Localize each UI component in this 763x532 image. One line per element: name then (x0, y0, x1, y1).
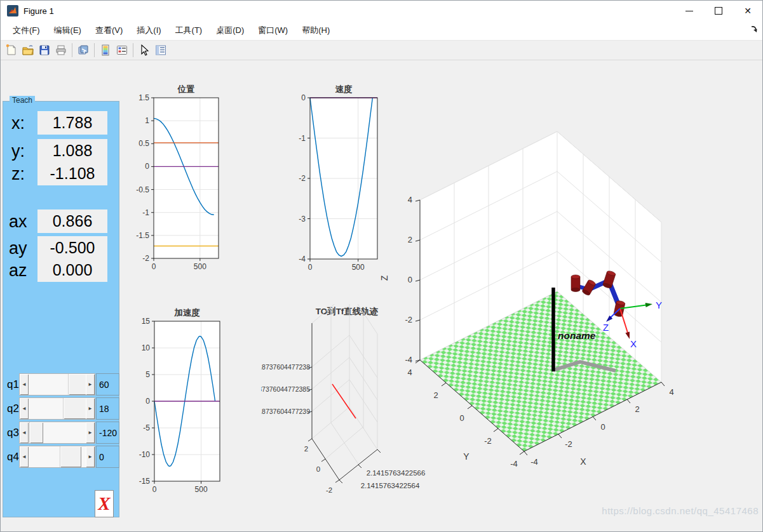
svg-text:-2: -2 (142, 254, 149, 263)
slider-left-arrow-icon[interactable]: ◄ (20, 446, 29, 467)
q4-slider-thumb[interactable] (60, 446, 81, 467)
q1-value-field[interactable]: 60 (96, 373, 119, 396)
slider-right-arrow-icon[interactable]: ► (86, 446, 95, 467)
q2-label: q2 (7, 402, 19, 415)
teach-panel-title: Teach (10, 96, 35, 105)
dock-figure-icon[interactable] (750, 25, 759, 34)
svg-text:-2: -2 (484, 436, 492, 446)
trajectory-chart-title: TO到Tf直线轨迹 (316, 307, 379, 316)
frame-z-label: Z (603, 322, 609, 333)
menu-edit[interactable]: 编辑(E) (47, 22, 88, 39)
acceleration-chart: 151050-5-10-150500加速度 (131, 304, 231, 496)
menu-desktop[interactable]: 桌面(D) (209, 22, 251, 39)
q2-slider[interactable]: ◄ ► (19, 397, 95, 420)
minimize-icon (685, 11, 693, 11)
trajectory-axes (308, 323, 381, 483)
matlab-logo-icon (7, 5, 18, 17)
ax-value-field[interactable]: 0.866 (37, 209, 107, 233)
svg-text:-5: -5 (143, 423, 150, 432)
save-figure-button[interactable] (36, 42, 53, 58)
x-label: x: (11, 115, 25, 132)
x-axis-label: X (580, 456, 586, 467)
print-figure-button[interactable] (53, 42, 69, 58)
svg-text:-1: -1 (299, 134, 306, 143)
menu-view[interactable]: 查看(V) (88, 22, 130, 39)
x-value-field[interactable]: 1.788 (37, 111, 107, 135)
slider-right-arrow-icon[interactable]: ► (86, 374, 95, 395)
insert-colorbar-button[interactable] (97, 42, 114, 58)
title-bar: Figure 1 ✕ (1, 1, 762, 21)
svg-text:-2: -2 (405, 315, 412, 324)
maximize-icon (715, 7, 722, 15)
q3-label: q3 (7, 427, 19, 439)
menu-help[interactable]: 帮助(H) (295, 22, 337, 39)
q2-value-field[interactable]: 18 (96, 397, 119, 420)
legend-icon (116, 44, 128, 57)
q1-slider-thumb[interactable] (68, 374, 88, 395)
svg-text:2: 2 (635, 404, 639, 414)
menu-tools[interactable]: 工具(T) (168, 22, 210, 39)
close-button[interactable]: ✕ (733, 1, 762, 21)
property-editor-icon (154, 44, 167, 57)
q3-value-field[interactable]: -120 (96, 422, 119, 444)
q2-slider-thumb[interactable] (63, 398, 88, 419)
svg-text:4: 4 (408, 195, 412, 204)
svg-text:-0.8737604477239: -0.8737604477239 (261, 408, 310, 415)
insert-legend-button[interactable] (114, 42, 130, 58)
q1-slider[interactable]: ◄ ► (19, 373, 95, 396)
figure-toolbar (1, 40, 762, 60)
svg-text:0: 0 (600, 422, 605, 432)
z-label: z: (11, 166, 25, 183)
svg-text:4: 4 (407, 368, 412, 377)
minimize-button[interactable] (675, 1, 704, 21)
svg-text:-2: -2 (326, 486, 332, 494)
svg-text:0: 0 (316, 465, 320, 473)
svg-text:500: 500 (195, 485, 208, 494)
slider-left-arrow-icon[interactable]: ◄ (20, 398, 29, 419)
printer-icon (55, 44, 67, 57)
y-value-field[interactable]: 1.088 (37, 139, 107, 163)
maximize-button[interactable] (704, 1, 733, 21)
svg-text:500: 500 (352, 263, 365, 272)
svg-text:0: 0 (308, 263, 313, 272)
velocity-chart: 0-1-2-3-40500速度 (288, 81, 385, 274)
property-inspector-button[interactable] (152, 42, 169, 58)
new-figure-button[interactable] (3, 42, 20, 58)
slider-right-arrow-icon[interactable]: ► (86, 422, 95, 443)
svg-text:500: 500 (194, 262, 206, 271)
position-chart: 1.510.50-0.5-1-1.5-20500位置 (125, 81, 264, 274)
menu-insert[interactable]: 插入(I) (130, 22, 168, 39)
trajectory-grid (312, 304, 377, 464)
svg-text:位置: 位置 (177, 84, 196, 94)
svg-text:-2: -2 (565, 439, 572, 449)
q4-slider[interactable]: ◄ ► (19, 446, 95, 468)
edit-plot-button[interactable] (136, 42, 152, 58)
slider-right-arrow-icon[interactable]: ► (86, 398, 95, 419)
slider-left-arrow-icon[interactable]: ◄ (20, 422, 29, 443)
svg-text:-10: -10 (139, 450, 151, 459)
open-file-button[interactable] (20, 42, 36, 58)
az-value-field[interactable]: 0.000 (37, 258, 107, 282)
menu-file[interactable]: 文件(F) (6, 22, 47, 39)
slider-left-arrow-icon[interactable]: ◄ (20, 374, 29, 395)
z-value-field[interactable]: -1.108 (37, 162, 107, 185)
teach-panel: Teach x: 1.788 y: 1.088 z: -1.108 ax 0.8… (3, 101, 119, 517)
y-axis-label: Y (463, 451, 469, 462)
teach-exit-button[interactable]: X (95, 490, 114, 517)
svg-text:1.5: 1.5 (138, 93, 149, 102)
svg-text:-15: -15 (139, 477, 151, 486)
svg-text:2.1415763422564: 2.1415763422564 (361, 482, 420, 489)
trajectory-tick-labels: -0.8737604477238 -0.87376044772385 -0.87… (261, 363, 310, 415)
save-icon (38, 44, 51, 57)
q3-slider[interactable]: ◄ ► (19, 422, 95, 444)
ay-value-field[interactable]: -0.500 (37, 236, 107, 260)
svg-text:-2: -2 (299, 174, 306, 183)
q3-slider-thumb[interactable] (29, 422, 43, 443)
close-icon: ✕ (744, 6, 752, 15)
menu-window[interactable]: 窗口(W) (251, 22, 295, 39)
link-plot-button[interactable] (75, 42, 91, 58)
q4-value-field[interactable]: 0 (96, 446, 119, 468)
pointer-arrow-icon (138, 44, 151, 57)
svg-text:10: 10 (142, 343, 151, 352)
svg-text:1: 1 (145, 116, 149, 125)
